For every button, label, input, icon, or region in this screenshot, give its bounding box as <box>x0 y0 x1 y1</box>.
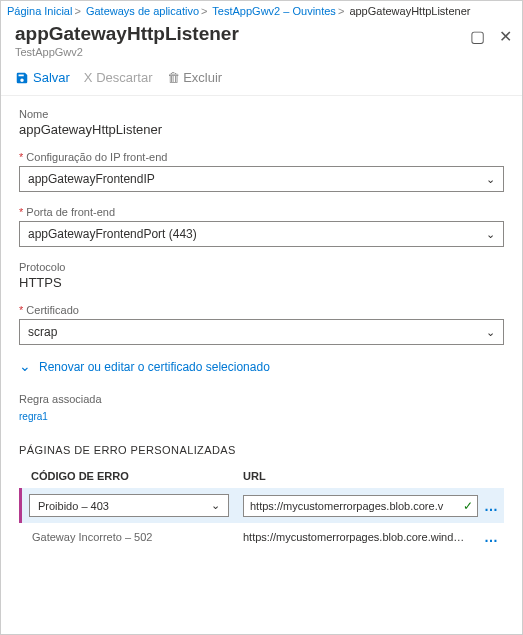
save-button[interactable]: Salvar <box>15 70 70 85</box>
col-url: URL <box>243 470 500 482</box>
breadcrumb-home[interactable]: Página Inicial <box>7 5 72 17</box>
error-code-select[interactable]: Proibido – 403 ⌄ <box>29 494 229 517</box>
error-row-502[interactable]: Gateway Incorreto – 502 https://mycustom… <box>19 523 504 551</box>
error-code-value: Proibido – 403 <box>38 500 109 512</box>
delete-label: Excluir <box>183 70 222 85</box>
breadcrumb-app[interactable]: TestAppGwv2 – Ouvintes <box>212 5 336 17</box>
chevron-down-icon: ⌄ <box>486 173 495 186</box>
frontend-ip-value: appGatewayFrontendIP <box>28 172 155 186</box>
error-url-value: https://mycustomerrorpages.blob.core.v <box>250 500 443 512</box>
error-table-header: CÓDIGO DE ERRO URL <box>19 470 504 488</box>
error-code-text: Gateway Incorreto – 502 <box>23 531 243 543</box>
cert-select[interactable]: scrap ⌄ <box>19 319 504 345</box>
error-url-text: https://mycustomerrorpages.blob.core.win… <box>243 531 482 543</box>
discard-button[interactable]: X Descartar <box>84 70 153 85</box>
more-actions-button[interactable]: … <box>482 498 500 514</box>
renew-cert-label: Renovar ou editar o certificado selecion… <box>39 360 270 374</box>
breadcrumb: Página Inicial> Gateways de aplicativo> … <box>1 1 522 19</box>
cert-label: Certificado <box>19 304 504 316</box>
name-value: appGatewayHttpListener <box>19 122 504 137</box>
maximize-icon[interactable]: ▢ <box>470 27 485 46</box>
save-icon <box>15 71 29 85</box>
frontend-port-value: appGatewayFrontendPort (443) <box>28 227 197 241</box>
breadcrumb-current: appGatewayHttpListener <box>349 5 470 17</box>
chevron-down-icon: ⌄ <box>486 326 495 339</box>
associated-rule-link[interactable]: regra1 <box>19 411 504 422</box>
trash-icon: 🗑 <box>167 70 180 85</box>
more-actions-button[interactable]: … <box>482 529 500 545</box>
renew-cert-link[interactable]: ⌄ Renovar ou editar o certificado seleci… <box>19 359 504 375</box>
toolbar: Salvar X Descartar 🗑 Excluir <box>1 64 522 96</box>
frontend-port-label: Porta de front-end <box>19 206 504 218</box>
col-error-code: CÓDIGO DE ERRO <box>23 470 243 482</box>
save-label: Salvar <box>33 70 70 85</box>
protocol-value: HTTPS <box>19 275 504 290</box>
delete-button[interactable]: 🗑 Excluir <box>167 70 223 85</box>
error-pages-heading: PÁGINAS DE ERRO PERSONALIZADAS <box>19 444 504 456</box>
page-title: appGatewayHttpListener <box>15 23 239 45</box>
frontend-ip-label: Configuração do IP front-end <box>19 151 504 163</box>
protocol-label: Protocolo <box>19 261 504 273</box>
cert-value: scrap <box>28 325 57 339</box>
close-icon[interactable]: ✕ <box>499 27 512 46</box>
associated-rule-label: Regra associada <box>19 393 504 405</box>
error-row-403[interactable]: Proibido – 403 ⌄ https://mycustomerrorpa… <box>19 488 504 523</box>
chevron-down-icon: ⌄ <box>211 499 220 512</box>
page-subtitle: TestAppGwv2 <box>15 46 239 58</box>
chevron-down-icon: ⌄ <box>19 358 31 374</box>
breadcrumb-gateways[interactable]: Gateways de aplicativo <box>86 5 199 17</box>
check-icon: ✓ <box>463 499 473 513</box>
frontend-port-select[interactable]: appGatewayFrontendPort (443) ⌄ <box>19 221 504 247</box>
frontend-ip-select[interactable]: appGatewayFrontendIP ⌄ <box>19 166 504 192</box>
chevron-down-icon: ⌄ <box>486 228 495 241</box>
name-label: Nome <box>19 108 504 120</box>
error-url-input[interactable]: https://mycustomerrorpages.blob.core.v ✓ <box>243 495 478 517</box>
